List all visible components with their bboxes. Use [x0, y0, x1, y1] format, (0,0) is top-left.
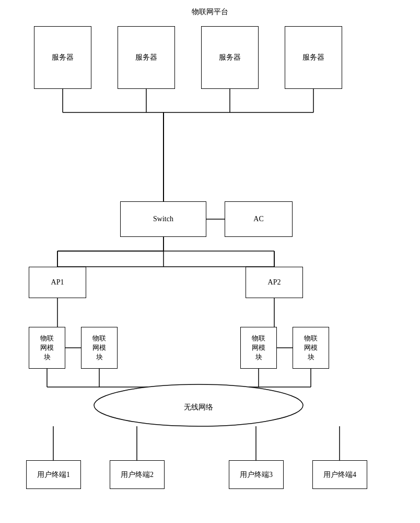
iot1-box: 物联网模块: [29, 327, 65, 369]
ap2-label: AP2: [268, 278, 281, 287]
server4-label: 服务器: [302, 53, 324, 62]
iot3-box: 物联网模块: [240, 327, 277, 369]
ac-label: AC: [253, 215, 263, 223]
ac-box: AC: [225, 201, 293, 237]
title: 物联网平台: [192, 7, 228, 17]
switch-box: Switch: [120, 201, 206, 237]
user4-box: 用户终端4: [312, 460, 367, 489]
iot1-label: 物联网模块: [40, 334, 54, 362]
server2-label: 服务器: [135, 53, 157, 62]
server4-box: 服务器: [285, 26, 342, 89]
switch-label: Switch: [153, 215, 173, 223]
diagram: 物联网平台: [0, 0, 420, 523]
user3-label: 用户终端3: [240, 470, 273, 480]
ap2-box: AP2: [246, 267, 303, 298]
server1-box: 服务器: [34, 26, 91, 89]
iot3-label: 物联网模块: [252, 334, 265, 362]
server3-box: 服务器: [201, 26, 259, 89]
user2-box: 用户终端2: [110, 460, 165, 489]
user1-label: 用户终端1: [37, 470, 70, 480]
svg-point-31: [94, 384, 303, 426]
server2-box: 服务器: [118, 26, 175, 89]
server1-label: 服务器: [52, 53, 74, 62]
wireless-label: 无线网络: [184, 403, 213, 411]
iot2-box: 物联网模块: [81, 327, 118, 369]
server3-label: 服务器: [219, 53, 241, 62]
iot4-label: 物联网模块: [304, 334, 318, 362]
ap1-box: AP1: [29, 267, 86, 298]
iot4-box: 物联网模块: [293, 327, 329, 369]
user2-label: 用户终端2: [121, 470, 154, 480]
user4-label: 用户终端4: [323, 470, 356, 480]
user1-box: 用户终端1: [26, 460, 81, 489]
user3-box: 用户终端3: [229, 460, 284, 489]
iot2-label: 物联网模块: [92, 334, 106, 362]
ap1-label: AP1: [51, 278, 64, 287]
